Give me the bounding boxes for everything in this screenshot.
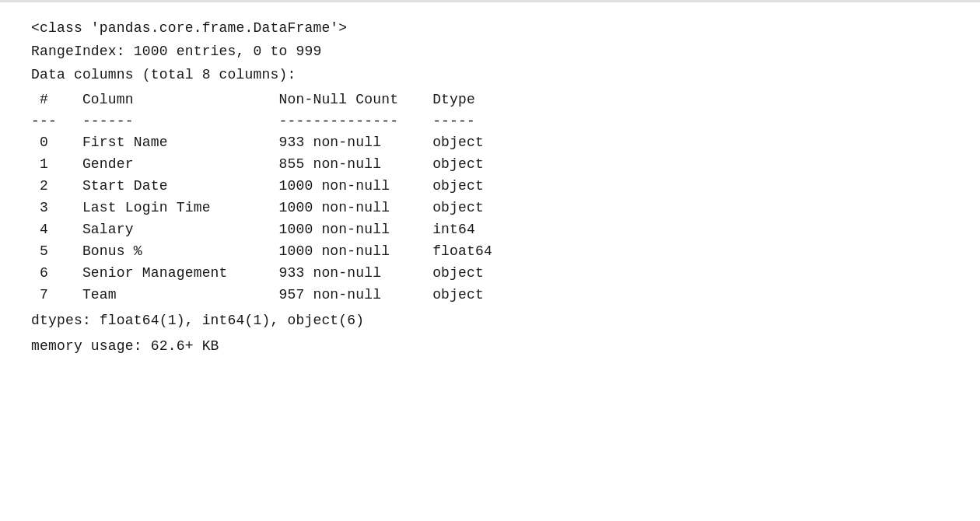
data-columns-line: Data columns (total 8 columns): <box>31 65 949 86</box>
table-row-4: 4 Salary 1000 non-null int64 <box>31 219 949 241</box>
table-header: # Column Non-Null Count Dtype <box>31 89 949 111</box>
class-line: <class 'pandas.core.frame.DataFrame'> <box>31 18 949 40</box>
memory-line: memory usage: 62.6+ KB <box>31 335 949 358</box>
table-row-1: 1 Gender 855 non-null object <box>31 154 949 176</box>
table-row-5: 5 Bonus % 1000 non-null float64 <box>31 241 949 263</box>
table-separator: --- ------ -------------- ----- <box>31 111 949 133</box>
range-index-line: RangeIndex: 1000 entries, 0 to 999 <box>31 41 949 63</box>
table-row-0: 0 First Name 933 non-null object <box>31 132 949 154</box>
output-container: <class 'pandas.core.frame.DataFrame'> Ra… <box>0 0 980 521</box>
table-row-7: 7 Team 957 non-null object <box>31 285 949 306</box>
table-row-6: 6 Senior Management 933 non-null object <box>31 263 949 285</box>
dtypes-line: dtypes: float64(1), int64(1), object(6) <box>31 309 949 333</box>
table-row-2: 2 Start Date 1000 non-null object <box>31 176 949 198</box>
table-row-3: 3 Last Login Time 1000 non-null object <box>31 198 949 219</box>
